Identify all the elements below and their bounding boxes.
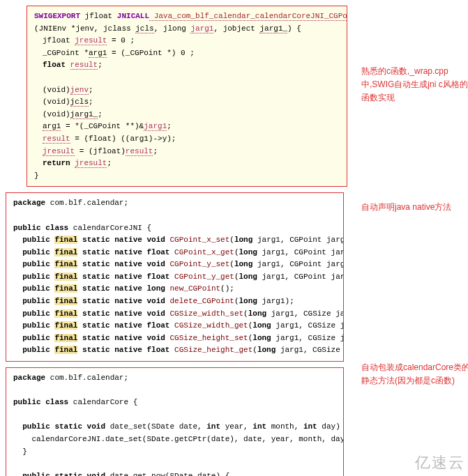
annotation-3: 自动包装成calendarCore类的静态方法(因为都是c函数) xyxy=(361,361,468,387)
code-block-cpp: SWIGEXPORT jfloat JNICALL Java_com_blf_c… xyxy=(27,6,347,187)
annotation-2: 自动声明java native方法 xyxy=(361,201,468,214)
page-root: 熟悉的c函数,_wrap.cpp中,SWIG自动生成jni c风格的函数实现 自… xyxy=(6,6,468,476)
annotation-1: 熟悉的c函数,_wrap.cpp中,SWIG自动生成jni c风格的函数实现 xyxy=(361,65,468,105)
code-block-java: package com.blf.calendar; public class c… xyxy=(6,367,344,476)
macro: SWIGEXPORT xyxy=(34,12,80,20)
watermark: 亿速云 xyxy=(415,452,465,473)
code-block-jni: package com.blf.calendar; public class c… xyxy=(6,192,344,362)
